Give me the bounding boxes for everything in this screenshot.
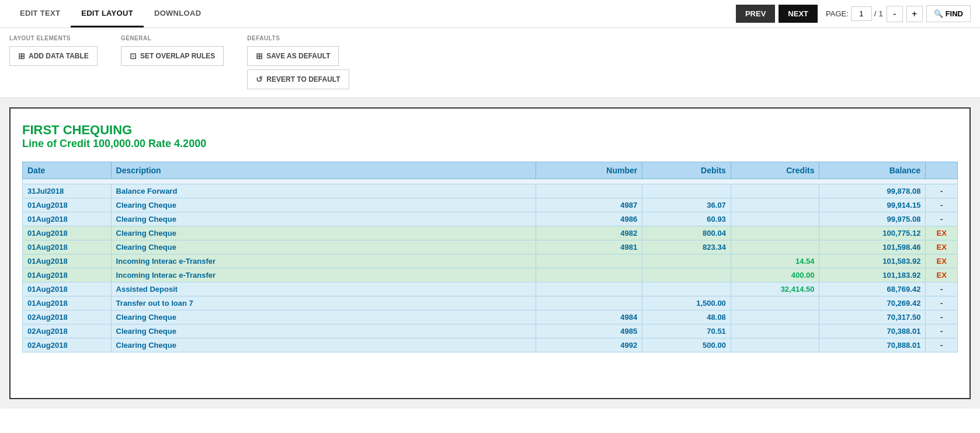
tab-edit-layout[interactable]: EDIT LAYOUT (71, 1, 144, 27)
page-current-input[interactable] (851, 6, 872, 21)
cell-description: Balance Forward (111, 184, 536, 198)
add-data-table-label: ADD DATA TABLE (29, 52, 89, 60)
cell-number (536, 296, 642, 310)
col-header-number: Number (536, 162, 642, 179)
revert-label: REVERT TO DEFAULT (266, 75, 340, 83)
table-row: 02Aug2018 Clearing Cheque 4985 70.51 70,… (23, 324, 958, 338)
cell-description: Clearing Cheque (111, 310, 536, 324)
overlap-icon: ⊡ (130, 51, 137, 61)
table-row: 01Aug2018 Clearing Cheque 4987 36.07 99,… (23, 198, 958, 212)
nav-right: PREV NEXT PAGE: / 1 - + 🔍 FIND (736, 5, 971, 23)
cell-flag: EX (926, 268, 958, 282)
cell-description: Clearing Cheque (111, 226, 536, 240)
defaults-title: DEFAULTS (247, 35, 349, 41)
general-title: GENERAL (121, 35, 224, 41)
cell-debits: 800.04 (642, 226, 731, 240)
layout-elements-title: LAYOUT ELEMENTS (9, 35, 98, 41)
cell-credits (731, 310, 819, 324)
cell-flag: EX (926, 226, 958, 240)
table-row: 31Jul2018 Balance Forward 99,878.08 - (23, 184, 958, 198)
cell-description: Incoming Interac e-Transfer (111, 254, 536, 268)
cell-number (536, 254, 642, 268)
cell-balance: 70,269.42 (819, 296, 926, 310)
page-separator: / (874, 9, 877, 18)
cell-balance: 99,878.08 (819, 184, 926, 198)
cell-debits (642, 184, 731, 198)
tab-edit-text[interactable]: EDIT TEXT (9, 1, 71, 27)
cell-date: 02Aug2018 (23, 338, 112, 352)
document-header: FIRST CHEQUING Line of Credit 100,000.00… (22, 123, 958, 150)
cell-date: 01Aug2018 (23, 240, 112, 254)
cell-number (536, 268, 642, 282)
cell-description: Transfer out to loan 7 (111, 296, 536, 310)
cell-debits: 60.93 (642, 212, 731, 226)
set-overlap-button[interactable]: ⊡ SET OVERLAP RULES (121, 46, 224, 66)
cell-date: 01Aug2018 (23, 254, 112, 268)
set-overlap-label: SET OVERLAP RULES (140, 52, 215, 60)
col-header-credits: Credits (731, 162, 819, 179)
cell-description: Incoming Interac e-Transfer (111, 268, 536, 282)
cell-credits (731, 184, 819, 198)
document-page: FIRST CHEQUING Line of Credit 100,000.00… (9, 107, 971, 399)
cell-credits (731, 240, 819, 254)
cell-date: 31Jul2018 (23, 184, 112, 198)
next-button[interactable]: NEXT (779, 5, 818, 23)
cell-balance: 70,888.01 (819, 338, 926, 352)
cell-date: 01Aug2018 (23, 282, 112, 296)
table-icon: ⊞ (18, 51, 25, 61)
cell-debits: 823.34 (642, 240, 731, 254)
table-divider-row (23, 179, 958, 184)
search-icon: 🔍 (934, 9, 943, 18)
doc-title-line2: Line of Credit 100,000.00 Rate 4.2000 (22, 138, 958, 150)
table-row: 01Aug2018 Assisted Deposit 32,414.50 68,… (23, 282, 958, 296)
cell-balance: 70,317.50 (819, 310, 926, 324)
add-data-table-button[interactable]: ⊞ ADD DATA TABLE (9, 46, 98, 66)
cell-debits: 36.07 (642, 198, 731, 212)
cell-credits (731, 324, 819, 338)
cell-debits: 48.08 (642, 310, 731, 324)
cell-flag: - (926, 310, 958, 324)
col-header-description: Description (111, 162, 536, 179)
save-icon: ⊞ (256, 51, 263, 61)
cell-date: 02Aug2018 (23, 310, 112, 324)
cell-debits (642, 268, 731, 282)
tab-download[interactable]: DOWNLOAD (144, 1, 211, 27)
cell-description: Clearing Cheque (111, 338, 536, 352)
general-section: GENERAL ⊡ SET OVERLAP RULES (121, 35, 224, 93)
doc-title-line1: FIRST CHEQUING (22, 123, 958, 138)
page-total: 1 (878, 9, 882, 18)
cell-number (536, 282, 642, 296)
cell-balance: 99,914.15 (819, 198, 926, 212)
cell-description: Clearing Cheque (111, 212, 536, 226)
cell-debits: 1,500.00 (642, 296, 731, 310)
table-row: 02Aug2018 Clearing Cheque 4992 500.00 70… (23, 338, 958, 352)
cell-flag: - (926, 282, 958, 296)
cell-balance: 101,598.46 (819, 240, 926, 254)
col-header-balance: Balance (819, 162, 926, 179)
cell-flag: EX (926, 254, 958, 268)
page-info: PAGE: / 1 (826, 6, 883, 21)
cell-number: 4984 (536, 310, 642, 324)
save-as-default-button[interactable]: ⊞ SAVE AS DEFAULT (247, 46, 339, 66)
cell-flag: - (926, 212, 958, 226)
revert-icon: ↺ (256, 75, 263, 84)
cell-description: Clearing Cheque (111, 198, 536, 212)
cell-flag: - (926, 324, 958, 338)
cell-number: 4985 (536, 324, 642, 338)
cell-credits (731, 212, 819, 226)
cell-date: 01Aug2018 (23, 296, 112, 310)
minus-button[interactable]: - (887, 6, 903, 22)
transactions-table: Date Description Number Debits Credits B… (22, 162, 958, 352)
prev-button[interactable]: PREV (736, 5, 775, 23)
plus-button[interactable]: + (906, 6, 923, 22)
cell-number: 4982 (536, 226, 642, 240)
table-row: 01Aug2018 Clearing Cheque 4981 823.34 10… (23, 240, 958, 254)
cell-debits: 500.00 (642, 338, 731, 352)
table-row: 01Aug2018 Clearing Cheque 4982 800.04 10… (23, 226, 958, 240)
revert-to-default-button[interactable]: ↺ REVERT TO DEFAULT (247, 69, 349, 89)
document-area: FIRST CHEQUING Line of Credit 100,000.00… (0, 98, 980, 408)
find-button[interactable]: 🔍 FIND (926, 5, 971, 22)
cell-balance: 68,769.42 (819, 282, 926, 296)
table-row: 01Aug2018 Incoming Interac e-Transfer 40… (23, 268, 958, 282)
toolbar: LAYOUT ELEMENTS ⊞ ADD DATA TABLE GENERAL… (0, 28, 980, 98)
